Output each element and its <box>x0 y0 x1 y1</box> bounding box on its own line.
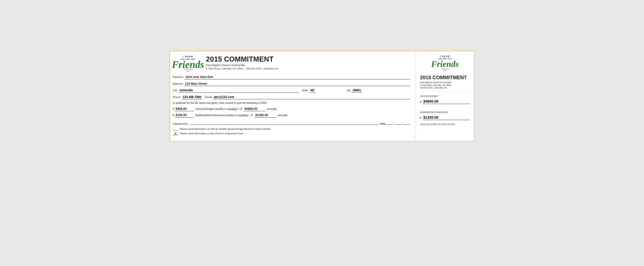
signature-label: Signature(s) <box>173 122 188 125</box>
building-desc: Building/Debt Retirement (weekly or mont… <box>196 114 253 117</box>
names-label: Name(s) <box>173 75 183 79</box>
right-building-label: Building/Debt Retirement: <box>420 111 448 114</box>
annually-label-2: annually <box>278 114 288 117</box>
monthly-underline-2: monthly <box>238 114 247 117</box>
right-dollar-1: $ <box>420 100 421 103</box>
zip-value: 28801 <box>352 88 362 93</box>
right-budget-label: General Budget: <box>420 95 438 98</box>
church-info: 2015 COMMITMENT First Baptist Church of … <box>206 55 410 70</box>
phone-value: 123.456.7890 <box>182 95 202 99</box>
checkbox-2 <box>173 132 178 135</box>
church-address: 5 Oak Street, Asheville, NC 28801 - 828.… <box>206 67 410 70</box>
commitment-text: In gratitude for the life Jesus has give… <box>173 102 410 105</box>
checkbox-row-1: Please send information on how to simpli… <box>173 127 410 130</box>
state-value: NC <box>309 88 315 93</box>
names-value: John and Jane Doe <box>185 75 410 79</box>
date-year <box>404 122 410 125</box>
general-weekly-amount: $400.00 <box>175 107 194 111</box>
building-annual-amount: $1200.00 <box>255 113 277 118</box>
checkbox-2-text: Please send information on the church's … <box>180 132 244 135</box>
date-area: Date / / <box>380 122 410 125</box>
giving-row-1: $ $400.00 General Budget (weekly or mont… <box>173 107 410 111</box>
left-section: I HAVE CALLED YOU Friends Stewardship201… <box>170 51 416 141</box>
monthly-underline-1: monthly <box>227 107 237 110</box>
right-budget-amount: $4800.00 <box>422 99 470 104</box>
general-annual-amount: $4800.00 <box>244 107 266 111</box>
logo-stewardship: Stewardship2015 <box>184 68 192 72</box>
building-weekly-amount: $100.00 <box>175 113 194 118</box>
commitment-card: I HAVE CALLED YOU Friends Stewardship201… <box>170 51 474 141</box>
email-value: abc@123.com <box>213 95 410 99</box>
phone-label: Phone <box>173 96 181 99</box>
checkbox-1-text: Please send information on how to simpli… <box>180 127 271 130</box>
right-budget-amount-row: $ $4800.00 <box>420 99 470 104</box>
address-value: 123 Main Street <box>184 82 410 86</box>
right-logo-i-have: I HAVE <box>440 55 450 58</box>
dollar-sign-1: $ <box>173 107 174 110</box>
zip-label: Zip <box>347 89 351 92</box>
zip-group: Zip 28801 <box>347 88 410 93</box>
page-wrapper: I HAVE CALLED YOU Friends Stewardship201… <box>170 51 474 141</box>
date-month <box>386 122 392 125</box>
city-group: City Asheville <box>173 88 299 93</box>
date-slash-1: / <box>393 122 394 125</box>
right-church-name: First Baptist Church of Asheville <box>420 81 451 84</box>
signature-row: Signature(s) Date / / <box>173 122 410 125</box>
checkbox-1 <box>173 127 178 130</box>
annually-label-1: annually <box>267 107 277 110</box>
church-name: First Baptist Church of Asheville <box>206 64 410 67</box>
giving-row-2: $ $100.00 Building/Debt Retirement (week… <box>173 113 410 118</box>
right-building-amount-row: $ $1200.00 <box>420 115 470 120</box>
commitment-title: 2015 COMMITMENT <box>206 55 410 63</box>
logo-i-have: I HAVE <box>183 55 193 58</box>
right-section: I HAVE CALLED YOU Friends Stewardship201… <box>416 51 474 141</box>
address-label: Address <box>173 82 183 85</box>
right-logo-friends: Friends <box>431 60 459 68</box>
checkbox-row-2: Please send information on the church's … <box>173 132 410 135</box>
dollar-sign-2: $ <box>173 114 174 117</box>
right-church-address1: 5 Oak Street, Asheville, NC 28801 <box>420 84 451 86</box>
header-row: I HAVE CALLED YOU Friends Stewardship201… <box>173 55 410 72</box>
city-value: Asheville <box>178 88 299 93</box>
address-row: Address 123 Main Street <box>173 82 410 86</box>
state-label: State <box>302 89 308 92</box>
right-divider-1 <box>420 92 470 92</box>
date-day <box>395 122 401 125</box>
phone-email-row: Phone 123.456.7890 Email abc@123.com <box>173 95 410 99</box>
right-keep-text: Keep this portion for your records. <box>420 123 455 126</box>
date-label: Date <box>380 122 385 125</box>
right-commitment-title: 2015 COMMITMENT <box>420 75 467 80</box>
email-label: Email <box>205 96 212 99</box>
city-label: City <box>173 89 177 92</box>
logo-friends: Friends <box>172 60 204 70</box>
right-building-amount: $1200.00 <box>422 115 470 120</box>
right-logo-stewardship: Stewardship2015 <box>441 68 449 71</box>
phone-group: Phone 123.456.7890 <box>173 95 202 99</box>
right-dollar-2: $ <box>420 116 421 119</box>
logo-area: I HAVE CALLED YOU Friends Stewardship201… <box>173 55 203 72</box>
date-slash-2: / <box>402 122 403 125</box>
names-row: Name(s) John and Jane Doe <box>173 75 410 79</box>
signature-line <box>190 122 379 125</box>
city-state-row: City Asheville State NC Zip 28801 <box>173 88 410 93</box>
right-church-address2: 828.252.4781 - www.fbca.net <box>420 86 447 89</box>
right-logo-area: I HAVE CALLED YOU Friends Stewardship201… <box>420 55 470 71</box>
email-group: Email abc@123.com <box>205 95 410 99</box>
state-group: State NC <box>302 88 344 93</box>
general-budget-desc: General Budget (weekly or monthly) = $ <box>196 107 242 110</box>
